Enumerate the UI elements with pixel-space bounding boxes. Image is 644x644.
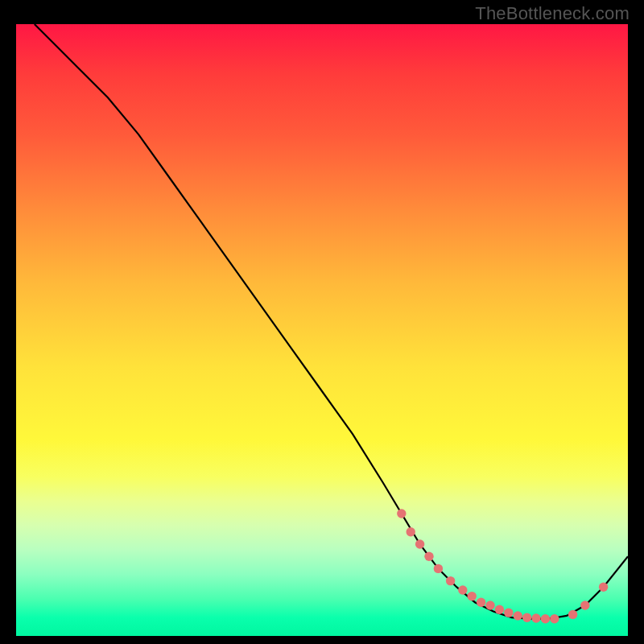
highlight-dot — [599, 583, 608, 592]
highlight-dot — [485, 601, 494, 609]
highlight-dot — [458, 585, 467, 594]
chart-plot-area — [16, 24, 628, 636]
highlight-dot — [407, 527, 415, 536]
highlight-dot — [468, 592, 477, 601]
highlight-dot — [415, 539, 424, 548]
highlight-dot — [550, 614, 559, 623]
highlight-dot — [424, 552, 433, 561]
highlight-dot — [477, 598, 485, 607]
highlight-dot — [580, 601, 589, 609]
highlight-dot — [397, 509, 406, 518]
attribution-text: TheBottleneck.com — [475, 3, 630, 24]
highlight-dot — [446, 576, 455, 585]
highlight-dot — [514, 611, 522, 620]
highlight-dot — [522, 613, 531, 622]
highlight-dot — [434, 564, 443, 573]
chart-curve — [16, 24, 628, 636]
highlight-dot — [541, 614, 550, 623]
highlight-dot — [531, 613, 540, 622]
highlight-dot — [568, 610, 577, 619]
highlight-dot — [504, 608, 513, 617]
chart-highlight-dots — [16, 24, 628, 636]
highlight-dot — [495, 605, 504, 614]
